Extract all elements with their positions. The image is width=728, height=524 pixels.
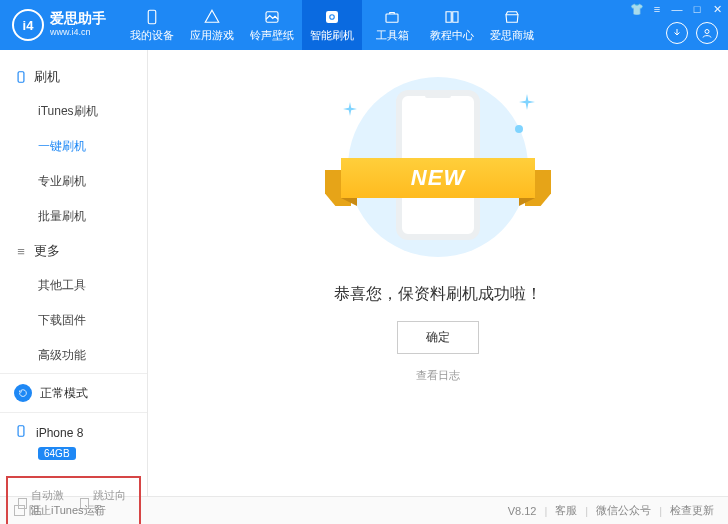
store-icon — [502, 8, 522, 26]
storage-badge: 64GB — [38, 447, 76, 460]
support-link[interactable]: 客服 — [555, 503, 577, 518]
header-tabs: 我的设备 应用游戏 铃声壁纸 智能刷机 工具箱 教程中心 爱思商城 — [122, 0, 542, 50]
sidebar-item-advanced[interactable]: 高级功能 — [0, 338, 147, 373]
tab-wallpaper[interactable]: 铃声壁纸 — [242, 0, 302, 50]
app-logo: i4 爱思助手 www.i4.cn — [0, 9, 118, 41]
tab-tutorial[interactable]: 教程中心 — [422, 0, 482, 50]
device-info[interactable]: iPhone 8 64GB — [0, 413, 147, 470]
list-icon: ≡ — [14, 244, 28, 258]
svg-point-7 — [515, 125, 523, 133]
main-content: NEW 恭喜您，保资料刷机成功啦！ 确定 查看日志 — [148, 50, 728, 496]
refresh-icon — [322, 8, 342, 26]
sidebar-cat-flash: 刷机 — [0, 60, 147, 94]
ok-button[interactable]: 确定 — [397, 321, 479, 354]
tab-apps[interactable]: 应用游戏 — [182, 0, 242, 50]
apps-icon — [202, 8, 222, 26]
sidebar-item-batch[interactable]: 批量刷机 — [0, 199, 147, 234]
logo-icon: i4 — [12, 9, 44, 41]
device-mode[interactable]: 正常模式 — [0, 374, 147, 413]
skin-icon[interactable]: 👕 — [630, 3, 644, 16]
title-bar: i4 爱思助手 www.i4.cn 我的设备 应用游戏 铃声壁纸 智能刷机 工具… — [0, 0, 728, 50]
svg-rect-5 — [18, 72, 24, 83]
user-button[interactable] — [696, 22, 718, 44]
phone-small-icon — [14, 423, 28, 442]
tab-toolbox[interactable]: 工具箱 — [362, 0, 422, 50]
tab-flash[interactable]: 智能刷机 — [302, 0, 362, 50]
sidebar-item-download[interactable]: 下载固件 — [0, 303, 147, 338]
version-label: V8.12 — [508, 505, 537, 517]
device-name: iPhone 8 — [36, 426, 83, 440]
svg-rect-3 — [386, 14, 398, 22]
book-icon — [442, 8, 462, 26]
sidebar-item-itunes[interactable]: iTunes刷机 — [0, 94, 147, 129]
sidebar: 刷机 iTunes刷机 一键刷机 专业刷机 批量刷机 ≡ 更多 其他工具 下载固… — [0, 50, 148, 496]
new-ribbon: NEW — [323, 148, 553, 206]
download-button[interactable] — [666, 22, 688, 44]
toolbox-icon — [382, 8, 402, 26]
success-illustration: NEW — [323, 72, 553, 262]
success-message: 恭喜您，保资料刷机成功啦！ — [334, 284, 542, 305]
tab-my-device[interactable]: 我的设备 — [122, 0, 182, 50]
view-log-link[interactable]: 查看日志 — [416, 368, 460, 383]
sidebar-item-pro[interactable]: 专业刷机 — [0, 164, 147, 199]
svg-rect-6 — [18, 426, 24, 437]
sidebar-cat-more: ≡ 更多 — [0, 234, 147, 268]
svg-rect-2 — [326, 11, 338, 23]
close-icon[interactable]: ✕ — [710, 3, 724, 16]
maximize-icon[interactable]: □ — [690, 3, 704, 16]
update-link[interactable]: 检查更新 — [670, 503, 714, 518]
device-icon — [14, 70, 28, 84]
phone-icon — [142, 8, 162, 26]
sidebar-item-other[interactable]: 其他工具 — [0, 268, 147, 303]
tab-store[interactable]: 爱思商城 — [482, 0, 542, 50]
image-icon — [262, 8, 282, 26]
svg-rect-0 — [148, 10, 156, 24]
minimize-icon[interactable]: — — [670, 3, 684, 16]
wechat-link[interactable]: 微信公众号 — [596, 503, 651, 518]
svg-point-4 — [705, 30, 709, 34]
checkbox-block-itunes[interactable]: 阻止iTunes运行 — [14, 503, 106, 518]
menu-icon[interactable]: ≡ — [650, 3, 664, 16]
window-controls: 👕 ≡ — □ ✕ — [630, 3, 724, 16]
sidebar-item-oneclick[interactable]: 一键刷机 — [0, 129, 147, 164]
brand-url: www.i4.cn — [50, 25, 106, 39]
mode-icon — [14, 384, 32, 402]
brand-name: 爱思助手 — [50, 11, 106, 25]
